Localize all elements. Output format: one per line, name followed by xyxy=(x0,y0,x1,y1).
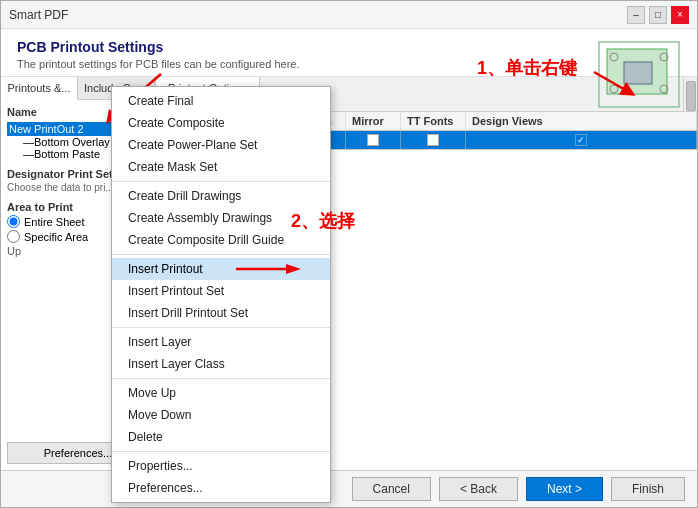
context-menu: Create FinalCreate CompositeCreate Power… xyxy=(111,86,331,503)
menu-separator xyxy=(112,181,330,182)
cancel-button[interactable]: Cancel xyxy=(352,477,431,501)
menu-separator xyxy=(112,327,330,328)
ttfonts-checkbox[interactable] xyxy=(427,134,439,146)
menu-item-preferences[interactable]: Preferences... xyxy=(112,477,330,499)
dialog-footer: Cancel < Back Next > Finish xyxy=(1,470,697,507)
title-bar: Smart PDF – □ × xyxy=(1,1,697,29)
menu-item-create-drill-drawings[interactable]: Create Drill Drawings xyxy=(112,185,330,207)
window-title: Smart PDF xyxy=(9,8,68,22)
dialog-title: PCB Printout Settings xyxy=(17,39,681,55)
design-views-checkbox[interactable]: ✓ xyxy=(575,134,587,146)
dialog-subtitle: The printout settings for PCB files can … xyxy=(17,58,681,70)
tab-printouts[interactable]: Printouts &... xyxy=(1,77,78,100)
menu-separator xyxy=(112,254,330,255)
menu-item-create-composite[interactable]: Create Composite xyxy=(112,112,330,134)
menu-item-insert-printout-set[interactable]: Insert Printout Set xyxy=(112,280,330,302)
menu-item-create-final[interactable]: Create Final xyxy=(112,90,330,112)
menu-item-move-down[interactable]: Move Down xyxy=(112,404,330,426)
menu-item-create-assembly-drawings[interactable]: Create Assembly Drawings xyxy=(112,207,330,229)
menu-item-create-mask-set[interactable]: Create Mask Set xyxy=(112,156,330,178)
dialog-body: Printouts &... Include Comp... Name New … xyxy=(1,77,697,470)
dialog-header: PCB Printout Settings The printout setti… xyxy=(1,29,697,77)
menu-item-insert-layer-class[interactable]: Insert Layer Class xyxy=(112,353,330,375)
scroll-bar[interactable] xyxy=(683,77,697,111)
row-mirror xyxy=(346,131,401,149)
main-window: Smart PDF – □ × PCB Printout Settings Th… xyxy=(0,0,698,508)
menu-separator xyxy=(112,378,330,379)
back-button[interactable]: < Back xyxy=(439,477,518,501)
col-design-views: Design Views xyxy=(466,112,697,130)
menu-item-delete[interactable]: Delete xyxy=(112,426,330,448)
col-tt-fonts: TT Fonts xyxy=(401,112,466,130)
next-button[interactable]: Next > xyxy=(526,477,603,501)
row-design-views: ✓ xyxy=(466,131,697,149)
menu-separator xyxy=(112,451,330,452)
menu-item-create-composite-drill-guide[interactable]: Create Composite Drill Guide xyxy=(112,229,330,251)
menu-item-insert-layer[interactable]: Insert Layer xyxy=(112,331,330,353)
menu-item-insert-drill-printout-set[interactable]: Insert Drill Printout Set xyxy=(112,302,330,324)
menu-item-properties[interactable]: Properties... xyxy=(112,455,330,477)
window-controls: – □ × xyxy=(627,6,689,24)
row-tt-fonts xyxy=(401,131,466,149)
col-mirror: Mirror xyxy=(346,112,401,130)
menu-item-move-up[interactable]: Move Up xyxy=(112,382,330,404)
menu-item-create-powerplane-set[interactable]: Create Power-Plane Set xyxy=(112,134,330,156)
mirror-checkbox[interactable] xyxy=(367,134,379,146)
close-button[interactable]: × xyxy=(671,6,689,24)
scroll-thumb xyxy=(686,81,696,111)
finish-button[interactable]: Finish xyxy=(611,477,685,501)
maximize-button[interactable]: □ xyxy=(649,6,667,24)
menu-item-insert-printout[interactable]: Insert Printout xyxy=(112,258,330,280)
minimize-button[interactable]: – xyxy=(627,6,645,24)
